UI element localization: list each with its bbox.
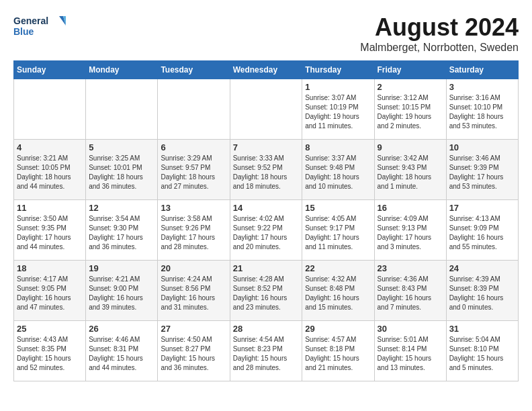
calendar-cell: 21Sunrise: 4:28 AM Sunset: 8:52 PM Dayli… xyxy=(230,261,302,321)
day-number: 20 xyxy=(161,263,226,273)
day-info: Sunrise: 3:50 AM Sunset: 9:35 PM Dayligh… xyxy=(17,214,83,252)
day-info: Sunrise: 4:43 AM Sunset: 8:35 PM Dayligh… xyxy=(17,335,83,373)
header-sunday: Sunday xyxy=(14,61,86,79)
calendar-cell xyxy=(158,79,230,140)
month-title: August 2024 xyxy=(360,13,519,42)
calendar-cell: 14Sunrise: 4:02 AM Sunset: 9:22 PM Dayli… xyxy=(230,200,302,261)
day-number: 28 xyxy=(233,324,300,334)
calendar-cell xyxy=(230,79,302,140)
calendar-cell: 22Sunrise: 4:32 AM Sunset: 8:48 PM Dayli… xyxy=(302,261,374,321)
day-info: Sunrise: 3:37 AM Sunset: 9:48 PM Dayligh… xyxy=(305,154,371,191)
calendar-cell: 18Sunrise: 4:17 AM Sunset: 9:05 PM Dayli… xyxy=(14,261,86,321)
day-number: 4 xyxy=(17,142,83,152)
calendar-cell: 10Sunrise: 3:46 AM Sunset: 9:39 PM Dayli… xyxy=(446,140,518,200)
day-info: Sunrise: 3:42 AM Sunset: 9:43 PM Dayligh… xyxy=(378,154,443,191)
day-info: Sunrise: 4:46 AM Sunset: 8:31 PM Dayligh… xyxy=(89,335,154,373)
calendar-cell: 27Sunrise: 4:50 AM Sunset: 8:27 PM Dayli… xyxy=(158,321,230,381)
calendar-cell: 20Sunrise: 4:24 AM Sunset: 8:56 PM Dayli… xyxy=(158,261,230,321)
day-info: Sunrise: 4:17 AM Sunset: 9:05 PM Dayligh… xyxy=(17,275,83,312)
calendar-cell: 2Sunrise: 3:12 AM Sunset: 10:15 PM Dayli… xyxy=(374,79,446,140)
calendar-cell: 5Sunrise: 3:25 AM Sunset: 10:01 PM Dayli… xyxy=(86,140,158,200)
calendar-cell: 13Sunrise: 3:58 AM Sunset: 9:26 PM Dayli… xyxy=(158,200,230,261)
calendar-cell: 23Sunrise: 4:36 AM Sunset: 8:43 PM Dayli… xyxy=(374,261,446,321)
day-info: Sunrise: 3:07 AM Sunset: 10:19 PM Daylig… xyxy=(305,93,371,131)
day-number: 5 xyxy=(89,142,154,152)
calendar-cell: 26Sunrise: 4:46 AM Sunset: 8:31 PM Dayli… xyxy=(86,321,158,381)
calendar-cell: 8Sunrise: 3:37 AM Sunset: 9:48 PM Daylig… xyxy=(302,140,374,200)
title-section: August 2024 Malmberget, Norrbotten, Swed… xyxy=(360,13,519,54)
day-number: 12 xyxy=(89,203,154,213)
location-subtitle: Malmberget, Norrbotten, Sweden xyxy=(360,42,519,54)
day-number: 30 xyxy=(378,324,443,334)
day-info: Sunrise: 4:05 AM Sunset: 9:17 PM Dayligh… xyxy=(305,214,371,252)
day-number: 25 xyxy=(17,324,83,334)
calendar-cell: 1Sunrise: 3:07 AM Sunset: 10:19 PM Dayli… xyxy=(302,79,374,140)
header-saturday: Saturday xyxy=(446,61,518,79)
day-number: 22 xyxy=(305,263,371,273)
header-friday: Friday xyxy=(374,61,446,79)
day-info: Sunrise: 3:21 AM Sunset: 10:05 PM Daylig… xyxy=(17,154,83,191)
day-number: 27 xyxy=(161,324,226,334)
calendar-cell: 30Sunrise: 5:01 AM Sunset: 8:14 PM Dayli… xyxy=(374,321,446,381)
day-number: 31 xyxy=(449,324,515,334)
calendar-cell: 7Sunrise: 3:33 AM Sunset: 9:52 PM Daylig… xyxy=(230,140,302,200)
day-number: 10 xyxy=(449,142,515,152)
logo-svg: General Blue xyxy=(13,13,67,40)
day-info: Sunrise: 4:02 AM Sunset: 9:22 PM Dayligh… xyxy=(233,214,300,252)
calendar-cell xyxy=(14,79,86,140)
day-number: 7 xyxy=(233,142,300,152)
day-info: Sunrise: 3:54 AM Sunset: 9:30 PM Dayligh… xyxy=(89,214,154,252)
day-number: 26 xyxy=(89,324,154,334)
calendar-week-row: 4Sunrise: 3:21 AM Sunset: 10:05 PM Dayli… xyxy=(14,140,519,200)
day-info: Sunrise: 3:12 AM Sunset: 10:15 PM Daylig… xyxy=(378,93,443,131)
day-number: 23 xyxy=(378,263,443,273)
day-info: Sunrise: 4:54 AM Sunset: 8:23 PM Dayligh… xyxy=(233,335,300,373)
calendar-cell: 24Sunrise: 4:39 AM Sunset: 8:39 PM Dayli… xyxy=(446,261,518,321)
day-info: Sunrise: 3:16 AM Sunset: 10:10 PM Daylig… xyxy=(449,93,515,131)
day-number: 8 xyxy=(305,142,371,152)
day-number: 24 xyxy=(449,263,515,273)
day-number: 3 xyxy=(449,82,515,92)
calendar-header-row: Sunday Monday Tuesday Wednesday Thursday… xyxy=(14,61,519,79)
calendar-cell xyxy=(86,79,158,140)
logo: General Blue xyxy=(13,13,67,40)
day-number: 21 xyxy=(233,263,300,273)
day-info: Sunrise: 4:39 AM Sunset: 8:39 PM Dayligh… xyxy=(449,275,515,312)
calendar-cell: 25Sunrise: 4:43 AM Sunset: 8:35 PM Dayli… xyxy=(14,321,86,381)
calendar-table: Sunday Monday Tuesday Wednesday Thursday… xyxy=(13,60,519,381)
header-wednesday: Wednesday xyxy=(230,61,302,79)
day-number: 13 xyxy=(161,203,226,213)
day-number: 14 xyxy=(233,203,300,213)
calendar-cell: 3Sunrise: 3:16 AM Sunset: 10:10 PM Dayli… xyxy=(446,79,518,140)
day-info: Sunrise: 5:04 AM Sunset: 8:10 PM Dayligh… xyxy=(449,335,515,373)
day-info: Sunrise: 3:46 AM Sunset: 9:39 PM Dayligh… xyxy=(449,154,515,191)
day-info: Sunrise: 4:50 AM Sunset: 8:27 PM Dayligh… xyxy=(161,335,226,373)
svg-text:Blue: Blue xyxy=(13,26,34,37)
calendar-cell: 17Sunrise: 4:13 AM Sunset: 9:09 PM Dayli… xyxy=(446,200,518,261)
day-info: Sunrise: 3:58 AM Sunset: 9:26 PM Dayligh… xyxy=(161,214,226,252)
calendar-week-row: 1Sunrise: 3:07 AM Sunset: 10:19 PM Dayli… xyxy=(14,79,519,140)
day-info: Sunrise: 4:28 AM Sunset: 8:52 PM Dayligh… xyxy=(233,275,300,312)
day-info: Sunrise: 4:24 AM Sunset: 8:56 PM Dayligh… xyxy=(161,275,226,312)
day-number: 29 xyxy=(305,324,371,334)
day-info: Sunrise: 5:01 AM Sunset: 8:14 PM Dayligh… xyxy=(378,335,443,373)
calendar-cell: 12Sunrise: 3:54 AM Sunset: 9:30 PM Dayli… xyxy=(86,200,158,261)
day-info: Sunrise: 4:57 AM Sunset: 8:18 PM Dayligh… xyxy=(305,335,371,373)
header-tuesday: Tuesday xyxy=(158,61,230,79)
day-number: 9 xyxy=(378,142,443,152)
calendar-cell: 29Sunrise: 4:57 AM Sunset: 8:18 PM Dayli… xyxy=(302,321,374,381)
day-number: 1 xyxy=(305,82,371,92)
day-number: 18 xyxy=(17,263,83,273)
day-number: 11 xyxy=(17,203,83,213)
day-info: Sunrise: 3:25 AM Sunset: 10:01 PM Daylig… xyxy=(89,154,154,191)
day-number: 17 xyxy=(449,203,515,213)
day-info: Sunrise: 4:36 AM Sunset: 8:43 PM Dayligh… xyxy=(378,275,443,312)
calendar-cell: 11Sunrise: 3:50 AM Sunset: 9:35 PM Dayli… xyxy=(14,200,86,261)
calendar-week-row: 18Sunrise: 4:17 AM Sunset: 9:05 PM Dayli… xyxy=(14,261,519,321)
calendar-cell: 31Sunrise: 5:04 AM Sunset: 8:10 PM Dayli… xyxy=(446,321,518,381)
day-info: Sunrise: 3:33 AM Sunset: 9:52 PM Dayligh… xyxy=(233,154,300,191)
day-info: Sunrise: 4:21 AM Sunset: 9:00 PM Dayligh… xyxy=(89,275,154,312)
header-monday: Monday xyxy=(86,61,158,79)
day-info: Sunrise: 4:32 AM Sunset: 8:48 PM Dayligh… xyxy=(305,275,371,312)
day-info: Sunrise: 4:13 AM Sunset: 9:09 PM Dayligh… xyxy=(449,214,515,252)
